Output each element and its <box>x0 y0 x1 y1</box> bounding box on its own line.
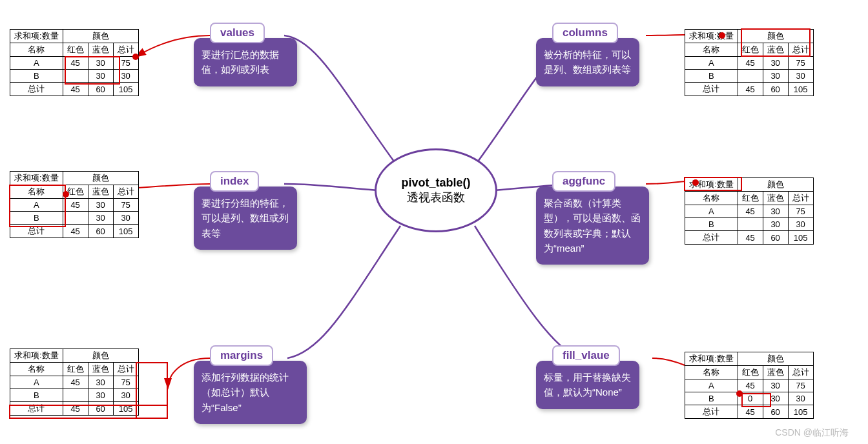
table-fillvalue: 求和项:数量颜色 名称红色蓝色总计 A453075 B03030 总计45601… <box>685 352 814 419</box>
center-subtitle: 透视表函数 <box>407 190 465 205</box>
table-values: 求和项:数量颜色 名称红色蓝色总计 A453075 B3030 总计456010… <box>10 29 139 96</box>
dot-aggfunc <box>692 179 699 186</box>
param-margins-label: margins <box>210 345 273 366</box>
param-columns-label: columns <box>552 23 618 43</box>
param-index-label: index <box>210 171 259 192</box>
param-fillvalue: fill_vlaue 标量，用于替换缺失值，默认为“None” <box>536 345 639 409</box>
param-values-label: values <box>210 23 265 43</box>
table-columns: 求和项:数量颜色 名称红色蓝色总计 A453075 B3030 总计456010… <box>685 29 814 96</box>
dot-columns <box>719 32 725 39</box>
table-aggfunc: 求和项:数量颜色 名称红色蓝色总计 A453075 B3030 总计456010… <box>685 177 814 245</box>
param-columns-desc: 被分析的特征，可以是列、数组或列表等 <box>536 38 639 86</box>
param-columns: columns 被分析的特征，可以是列、数组或列表等 <box>536 23 639 86</box>
dot-values <box>132 54 139 60</box>
param-fillvalue-label: fill_vlaue <box>552 345 620 366</box>
watermark: CSDN @临江听海 <box>775 427 849 439</box>
param-fillvalue-desc: 标量，用于替换缺失值，默认为“None” <box>536 361 639 409</box>
param-index: index 要进行分组的特征，可以是列、数组或列表等 <box>194 171 297 250</box>
dot-fillvalue <box>736 390 743 397</box>
dot-index <box>63 191 69 197</box>
center-ellipse: pivot_table() 透视表函数 <box>375 148 497 232</box>
param-aggfunc: aggfunc 聚合函数（计算类型），可以是函数、函数列表或字典；默认为“mea… <box>536 171 649 265</box>
table-index: 求和项:数量颜色 名称红色蓝色总计 A453075 B3030 总计456010… <box>10 171 139 238</box>
table-margins: 求和项:数量颜色 名称红色蓝色总计 A453075 B3030 总计456010… <box>10 348 139 416</box>
param-values: values 要进行汇总的数据值，如列或列表 <box>194 23 297 86</box>
param-margins: margins 添加行列数据的统计（如总计）默认为“False” <box>194 345 307 424</box>
highlight-margins-col <box>136 362 168 419</box>
center-title: pivot_table() <box>401 176 470 190</box>
param-margins-desc: 添加行列数据的统计（如总计）默认为“False” <box>194 361 307 424</box>
param-aggfunc-label: aggfunc <box>552 171 615 192</box>
param-values-desc: 要进行汇总的数据值，如列或列表 <box>194 38 297 86</box>
param-aggfunc-desc: 聚合函数（计算类型），可以是函数、函数列表或字典；默认为“mean” <box>536 187 649 265</box>
param-index-desc: 要进行分组的特征，可以是列、数组或列表等 <box>194 187 297 250</box>
